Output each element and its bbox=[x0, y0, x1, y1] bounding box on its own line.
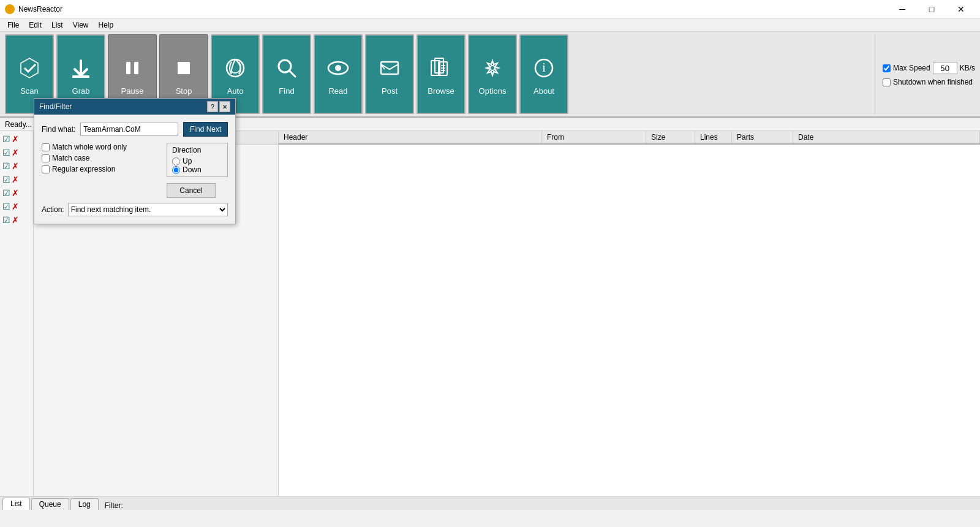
dialog-content: Find what: Find Next Match whole word on… bbox=[34, 115, 235, 224]
check-row: ☑ ✗ bbox=[1, 146, 32, 159]
x-icon: ✗ bbox=[12, 161, 19, 171]
tab-list[interactable]: List bbox=[2, 498, 30, 510]
direction-group: Direction Up Down bbox=[167, 143, 228, 177]
browse-button[interactable]: Browse bbox=[417, 34, 466, 114]
status-text: Ready... bbox=[5, 120, 32, 129]
menu-help[interactable]: Help bbox=[94, 20, 119, 31]
dialog-title: Find/Filter bbox=[39, 102, 72, 111]
check-icon: ☑ bbox=[2, 202, 10, 211]
check-icon: ☑ bbox=[2, 175, 10, 184]
stop-label: Stop bbox=[176, 86, 192, 96]
regular-expression-row: Regular expression bbox=[42, 165, 162, 173]
lines-col: Lines bbox=[695, 131, 732, 143]
check-row: ☑ ✗ bbox=[1, 132, 32, 146]
app-icon bbox=[5, 4, 15, 14]
svg-rect-0 bbox=[72, 75, 89, 78]
svg-point-8 bbox=[335, 65, 341, 71]
dialog-right: Direction Up Down Cancel bbox=[167, 143, 228, 198]
max-speed-row: Max Speed KB/s bbox=[883, 62, 975, 74]
about-button[interactable]: i About bbox=[519, 34, 568, 114]
stop-icon bbox=[169, 53, 198, 83]
left-panel: ☑ ✗ ☑ ✗ ☑ ✗ ☑ ✗ ☑ ✗ ☑ ✗ ☑ ✗ bbox=[0, 131, 34, 496]
find-filter-dialog[interactable]: Find/Filter ? ✕ Find what: Find Next Ma bbox=[34, 98, 236, 224]
direction-down-radio[interactable] bbox=[172, 166, 180, 174]
find-icon bbox=[272, 53, 301, 83]
action-row: Action: Find next matching item. Filter … bbox=[42, 203, 228, 216]
svg-rect-3 bbox=[178, 62, 190, 74]
match-case-row: Match case bbox=[42, 154, 162, 162]
bottom-tabs: List Queue Log Filter: bbox=[0, 496, 980, 510]
about-label: About bbox=[533, 86, 554, 96]
match-whole-word-label: Match whole word only bbox=[52, 143, 127, 151]
check-icon: ☑ bbox=[2, 148, 10, 157]
app-title: NewsReactor bbox=[18, 5, 62, 13]
check-icon: ☑ bbox=[2, 215, 10, 225]
pause-label: Pause bbox=[121, 86, 144, 96]
shutdown-checkbox[interactable] bbox=[883, 78, 891, 86]
minimize-button[interactable]: ─ bbox=[888, 0, 916, 18]
check-icon: ☑ bbox=[2, 188, 10, 198]
dialog-help-button[interactable]: ? bbox=[207, 101, 218, 112]
read-button[interactable]: Read bbox=[314, 34, 363, 114]
table-header: Header From Size Lines Parts Date bbox=[279, 131, 980, 145]
direction-up-row: Up bbox=[172, 157, 222, 165]
svg-line-6 bbox=[289, 70, 295, 77]
find-button[interactable]: Find bbox=[262, 34, 311, 114]
check-row: ☑ ✗ bbox=[1, 186, 32, 200]
menu-bar: File Edit List View Help bbox=[0, 18, 980, 32]
parts-col: Parts bbox=[732, 131, 793, 143]
x-icon: ✗ bbox=[12, 202, 19, 211]
x-icon: ✗ bbox=[12, 188, 19, 198]
direction-down-label: Down bbox=[183, 165, 202, 174]
svg-rect-2 bbox=[134, 62, 138, 74]
max-speed-label: Max Speed bbox=[893, 64, 930, 72]
check-icon: ☑ bbox=[2, 161, 10, 171]
dialog-title-controls: ? ✕ bbox=[207, 101, 230, 112]
size-col: Size bbox=[646, 131, 695, 143]
svg-point-17 bbox=[490, 66, 495, 70]
check-row: ☑ ✗ bbox=[1, 200, 32, 213]
scan-label: Scan bbox=[20, 86, 39, 96]
max-speed-checkbox[interactable] bbox=[883, 64, 891, 72]
menu-view[interactable]: View bbox=[68, 20, 94, 31]
tab-log[interactable]: Log bbox=[70, 498, 99, 510]
x-icon: ✗ bbox=[12, 148, 19, 157]
menu-file[interactable]: File bbox=[2, 20, 24, 31]
match-whole-word-checkbox[interactable] bbox=[42, 143, 50, 151]
menu-list[interactable]: List bbox=[47, 20, 68, 31]
match-whole-word-row: Match whole word only bbox=[42, 143, 162, 151]
match-case-checkbox[interactable] bbox=[42, 154, 50, 162]
maximize-button[interactable]: □ bbox=[918, 0, 946, 18]
grab-label: Grab bbox=[72, 86, 90, 96]
pause-icon bbox=[118, 53, 147, 83]
direction-up-radio[interactable] bbox=[172, 157, 180, 165]
regular-expression-checkbox[interactable] bbox=[42, 165, 50, 173]
date-col: Date bbox=[793, 131, 980, 143]
svg-text:i: i bbox=[542, 61, 546, 74]
x-icon: ✗ bbox=[12, 134, 19, 144]
grab-icon bbox=[66, 53, 96, 83]
browse-label: Browse bbox=[428, 86, 454, 96]
find-what-label: Find what: bbox=[42, 125, 75, 134]
dialog-title-bar: Find/Filter ? ✕ bbox=[34, 99, 235, 115]
menu-edit[interactable]: Edit bbox=[24, 20, 47, 31]
title-bar-left: NewsReactor bbox=[5, 4, 62, 14]
check-row: ☑ ✗ bbox=[1, 173, 32, 186]
action-select[interactable]: Find next matching item. Filter - show m… bbox=[68, 203, 228, 216]
about-icon: i bbox=[529, 53, 559, 83]
find-what-input[interactable] bbox=[80, 123, 178, 136]
tab-queue[interactable]: Queue bbox=[31, 498, 69, 510]
direction-down-row: Down bbox=[172, 165, 222, 174]
dialog-close-button[interactable]: ✕ bbox=[219, 101, 230, 112]
speed-input[interactable] bbox=[933, 62, 957, 74]
svg-rect-1 bbox=[126, 62, 130, 74]
direction-label: Direction bbox=[172, 146, 222, 154]
find-next-button[interactable]: Find Next bbox=[183, 122, 228, 137]
read-label: Read bbox=[328, 86, 347, 96]
options-label: Options bbox=[479, 86, 507, 96]
cancel-button[interactable]: Cancel bbox=[167, 183, 216, 198]
close-button[interactable]: ✕ bbox=[947, 0, 975, 18]
options-button[interactable]: Options bbox=[468, 34, 517, 114]
post-button[interactable]: Post bbox=[365, 34, 414, 114]
post-icon bbox=[375, 53, 404, 83]
